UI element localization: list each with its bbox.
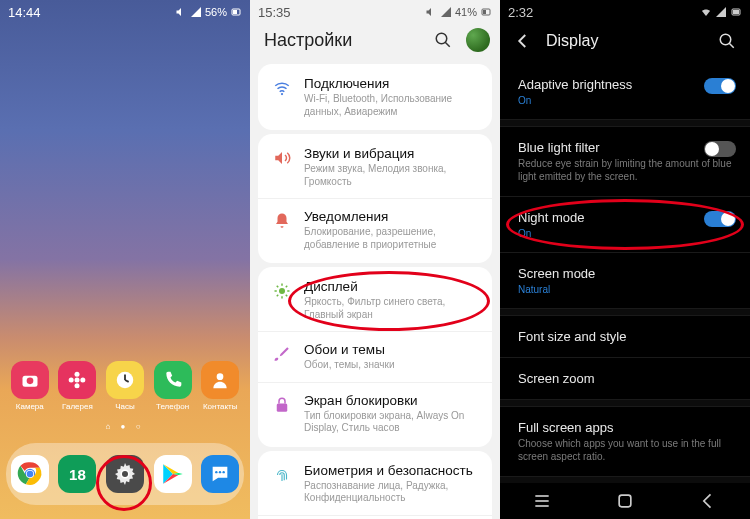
home-screen: 14:44 56% КамераГалереяЧасыТелефонКонтак… xyxy=(0,0,250,519)
page-title: Display xyxy=(546,32,704,50)
chevron-left-icon xyxy=(514,32,532,50)
display-item[interactable]: Font size and style xyxy=(500,316,750,357)
dock-chrome[interactable] xyxy=(7,455,53,493)
row-title: Обои и темы xyxy=(304,342,476,357)
row-subtitle: Режим звука, Мелодия звонка, Громкость xyxy=(304,163,476,188)
settings-card: Биометрия и безопасностьРаспознавание ли… xyxy=(258,451,492,520)
svg-point-5 xyxy=(75,372,80,377)
app-flower[interactable]: Галерея xyxy=(54,361,100,411)
signal-icon xyxy=(715,6,727,18)
display-item[interactable]: Night modeOn xyxy=(500,196,750,252)
dock: 18 xyxy=(6,443,244,505)
settings-list: ПодключенияWi-Fi, Bluetooth, Использован… xyxy=(250,64,500,519)
app-label: Галерея xyxy=(62,402,93,411)
svg-line-40 xyxy=(729,43,734,48)
svg-point-7 xyxy=(69,378,74,383)
display-item[interactable]: Blue light filterReduce eye strain by li… xyxy=(500,127,750,196)
toggle-switch[interactable] xyxy=(704,78,736,94)
svg-line-33 xyxy=(286,295,288,297)
svg-line-32 xyxy=(277,286,279,288)
display-list: Adaptive brightnessOnBlue light filterRe… xyxy=(500,64,750,519)
item-title: Screen zoom xyxy=(518,371,734,386)
display-item[interactable]: Full screen appsChoose which apps you wa… xyxy=(500,407,750,476)
svg-point-4 xyxy=(75,378,80,383)
svg-point-21 xyxy=(223,471,225,473)
item-title: Blue light filter xyxy=(518,140,734,155)
svg-point-24 xyxy=(436,33,447,44)
app-label: Телефон xyxy=(156,402,189,411)
row-subtitle: Яркость, Фильтр синего света, Главный эк… xyxy=(304,296,476,321)
app-label: Камера xyxy=(16,402,44,411)
display-item[interactable]: Screen zoom xyxy=(500,357,750,399)
svg-point-20 xyxy=(219,471,221,473)
app-camera[interactable]: Камера xyxy=(7,361,53,411)
finger-icon xyxy=(272,465,292,485)
dock-calendar[interactable]: 18 xyxy=(54,455,100,493)
toggle-switch[interactable] xyxy=(704,141,736,157)
status-bar: 2:32 xyxy=(500,0,750,22)
row-title: Подключения xyxy=(304,76,476,91)
separator xyxy=(500,119,750,127)
clock-text: 15:35 xyxy=(258,5,291,20)
dock-message[interactable] xyxy=(197,455,243,493)
toggle-switch[interactable] xyxy=(704,211,736,227)
back-icon[interactable] xyxy=(698,491,718,511)
sound-icon xyxy=(272,148,292,168)
svg-point-16 xyxy=(27,471,34,478)
status-icons: 56% xyxy=(175,6,242,18)
lock-icon xyxy=(272,395,292,415)
row-subtitle: Wi-Fi, Bluetooth, Использование данных, … xyxy=(304,93,476,118)
settings-row-wifi[interactable]: ПодключенияWi-Fi, Bluetooth, Использован… xyxy=(258,66,492,128)
settings-row-brush[interactable]: Обои и темыОбои, темы, значки xyxy=(258,331,492,382)
item-subtitle: Reduce eye strain by limiting the amount… xyxy=(518,158,734,183)
svg-rect-1 xyxy=(233,10,237,14)
nav-bar xyxy=(500,483,750,519)
home-icon[interactable] xyxy=(615,491,635,511)
recents-icon[interactable] xyxy=(532,491,552,511)
settings-card: ПодключенияWi-Fi, Bluetooth, Использован… xyxy=(258,64,492,130)
display-item[interactable]: Adaptive brightnessOn xyxy=(500,64,750,119)
battery-text: 56% xyxy=(205,6,227,18)
svg-point-3 xyxy=(26,378,33,385)
row-title: Уведомления xyxy=(304,209,476,224)
row-subtitle: Обои, темы, значки xyxy=(304,359,476,372)
settings-row-lock[interactable]: Экран блокировкиТип блокировки экрана, A… xyxy=(258,382,492,445)
avatar[interactable] xyxy=(466,28,490,52)
settings-row-sun[interactable]: ДисплейЯркость, Фильтр синего света, Гла… xyxy=(258,269,492,331)
svg-rect-36 xyxy=(277,403,288,411)
status-bar: 15:35 41% xyxy=(250,0,500,22)
settings-row-sound[interactable]: Звуки и вибрацияРежим звука, Мелодия зво… xyxy=(258,136,492,198)
mute-icon xyxy=(425,6,437,18)
status-bar: 14:44 56% xyxy=(0,0,250,22)
svg-point-39 xyxy=(720,34,731,45)
item-title: Screen mode xyxy=(518,266,734,281)
row-title: Дисплей xyxy=(304,279,476,294)
battery-icon xyxy=(230,6,242,18)
sun-icon xyxy=(272,281,292,301)
row-title: Биометрия и безопасность xyxy=(304,463,476,478)
status-icons: 41% xyxy=(425,6,492,18)
app-person[interactable]: Контакты xyxy=(197,361,243,411)
svg-point-6 xyxy=(75,383,80,388)
back-button[interactable] xyxy=(514,32,532,50)
display-header: Display xyxy=(500,22,750,64)
svg-rect-38 xyxy=(733,10,739,14)
svg-rect-44 xyxy=(619,495,631,507)
settings-row-cloud[interactable]: Учетные записи и архивацияSamsung Cloud,… xyxy=(258,515,492,520)
mute-icon xyxy=(175,6,187,18)
search-icon[interactable] xyxy=(434,31,452,49)
brush-icon xyxy=(272,344,292,364)
display-item[interactable]: Screen modeNatural xyxy=(500,252,750,308)
dock-gear[interactable] xyxy=(102,455,148,493)
page-title: Настройки xyxy=(264,30,352,51)
search-icon[interactable] xyxy=(718,32,736,50)
dock-play[interactable] xyxy=(150,455,196,493)
settings-row-bell[interactable]: УведомленияБлокирование, разрешение, доб… xyxy=(258,198,492,261)
app-phone[interactable]: Телефон xyxy=(150,361,196,411)
svg-rect-23 xyxy=(483,10,486,14)
clock-text: 14:44 xyxy=(8,5,41,20)
separator xyxy=(500,399,750,407)
settings-card: Звуки и вибрацияРежим звука, Мелодия зво… xyxy=(258,134,492,263)
app-clock[interactable]: Часы xyxy=(102,361,148,411)
settings-row-finger[interactable]: Биометрия и безопасностьРаспознавание ли… xyxy=(258,453,492,515)
